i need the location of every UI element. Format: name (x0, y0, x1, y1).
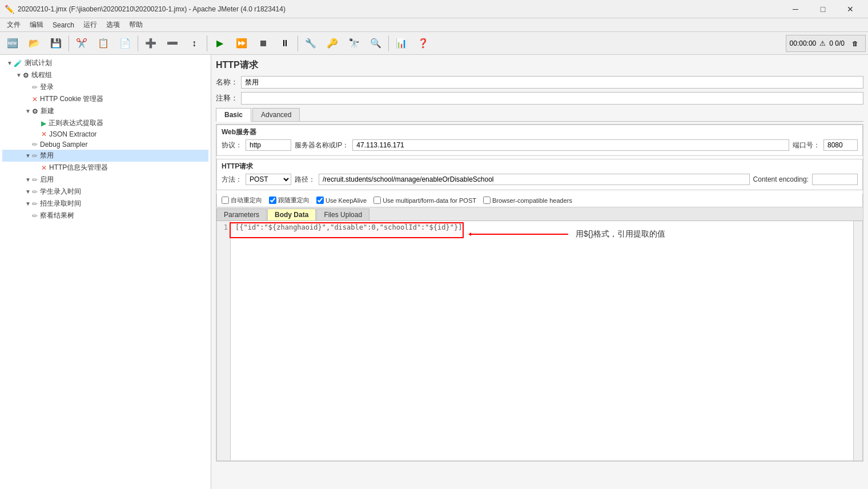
save-button[interactable]: 💾 (46, 34, 66, 53)
sidebar-item-student-recruit[interactable]: ▼✏招生录取时间 (2, 198, 208, 210)
list-button[interactable]: 📊 (391, 34, 412, 53)
body-data-area: 1 [{"id":"${zhanghaoid}","disable":0,"sc… (216, 221, 863, 461)
http-request-title: HTTP请求 (222, 162, 858, 171)
encoding-label: Content encoding: (753, 175, 809, 183)
auto-redirect-input[interactable] (222, 197, 229, 204)
encoding-input[interactable] (812, 174, 858, 185)
expand-enable[interactable]: ▼ (25, 177, 31, 183)
method-label: 方法： (222, 175, 242, 185)
expand-student-entry[interactable]: ▼ (25, 189, 31, 195)
label-result-tree: 察看结果树 (40, 211, 74, 221)
paste-button[interactable]: 📄 (115, 34, 135, 53)
icon-http-header: ✕ (41, 164, 47, 172)
sidebar-item-cookie-manager[interactable]: ✕HTTP Cookie 管理器 (2, 93, 208, 105)
line-numbers: 1 (217, 221, 231, 460)
cut-button[interactable]: ✂️ (71, 34, 92, 53)
maximize-button[interactable]: □ (810, 0, 836, 18)
sidebar-item-disable[interactable]: ▼✏禁用 (2, 150, 208, 162)
keys-button[interactable]: 🔑 (322, 34, 343, 53)
browser-headers-input[interactable] (483, 197, 491, 204)
follow-redirect-input[interactable] (269, 197, 276, 204)
comment-row: 注释： (216, 92, 863, 105)
sidebar-item-test-plan[interactable]: ▼🧪测试计划 (2, 57, 208, 69)
expand-thread-group[interactable]: ▼ (16, 72, 22, 78)
follow-redirect-checkbox[interactable]: 跟随重定向 (269, 196, 310, 205)
keep-alive-input[interactable] (316, 197, 324, 204)
icon-cookie-manager: ✕ (32, 95, 38, 103)
sidebar-item-result-tree[interactable]: ✏察看结果树 (2, 210, 208, 222)
clear-button[interactable]: 🗑 (848, 37, 862, 50)
sidebar-item-new[interactable]: ▼⚙新建 (2, 105, 208, 117)
menu-item-帮助[interactable]: 帮助 (124, 19, 147, 31)
run-all-button[interactable]: ⏩ (231, 34, 252, 53)
run-button[interactable]: ▶ (210, 34, 230, 53)
name-label: 名称： (216, 77, 239, 87)
telescope-button[interactable]: 🔭 (344, 34, 364, 53)
menu-item-Search[interactable]: Search (48, 20, 79, 30)
protocol-input[interactable] (246, 139, 291, 151)
browser-headers-checkbox[interactable]: Browser-compatible headers (483, 197, 572, 204)
expand-disable[interactable]: ▼ (25, 153, 31, 159)
tab-parameters[interactable]: Parameters (216, 209, 267, 221)
tab-body-data[interactable]: Body Data (267, 209, 316, 221)
port-input[interactable] (823, 139, 858, 151)
menu-item-文件[interactable]: 文件 (2, 19, 25, 31)
expand-new[interactable]: ▼ (25, 108, 31, 114)
icon-debug-sampler: ✏ (32, 141, 38, 149)
icon-test-plan: 🧪 (14, 59, 22, 67)
sidebar-item-login[interactable]: ✏登录 (2, 81, 208, 93)
sidebar-item-regex-extractor[interactable]: ▶正则表达式提取器 (2, 117, 208, 129)
tab-content: Web服务器 协议： 服务器名称或IP： 端口号： HTTP请求 方法： (216, 124, 863, 462)
tab-files-upload[interactable]: Files Upload (316, 209, 369, 221)
close-button[interactable]: ✕ (837, 0, 863, 18)
web-services-title: Web服务器 (222, 127, 858, 137)
menu-bar: 文件编辑Search运行选项帮助 (0, 18, 868, 32)
server-label: 服务器名称或IP： (295, 141, 349, 150)
label-thread-group: 线程组 (31, 70, 52, 80)
search-button[interactable]: 🔍 (365, 34, 386, 53)
content-panel: HTTP请求 名称： 注释： Basic Advanced Web服务器 (211, 55, 868, 489)
name-input[interactable] (241, 76, 863, 89)
tools-button[interactable]: 🔧 (300, 34, 321, 53)
pause-button[interactable]: ⏸ (275, 34, 295, 53)
new-button[interactable]: 🆕 (2, 34, 23, 53)
tabs-bar: Basic Advanced (216, 108, 863, 122)
server-input[interactable] (352, 139, 789, 151)
path-input[interactable] (319, 174, 750, 185)
tab-basic[interactable]: Basic (216, 108, 251, 122)
separator-1 (69, 35, 69, 51)
multipart-input[interactable] (373, 197, 381, 204)
menu-item-选项[interactable]: 选项 (102, 19, 124, 31)
auto-redirect-checkbox[interactable]: 自动重定向 (222, 196, 262, 205)
sidebar-item-http-header[interactable]: ✕HTTP信息头管理器 (2, 162, 208, 174)
open-button[interactable]: 📂 (24, 34, 45, 53)
sidebar-item-enable[interactable]: ▼✏启用 (2, 174, 208, 186)
method-select[interactable]: POST GET PUT DELETE (246, 174, 291, 185)
keep-alive-checkbox[interactable]: Use KeepAlive (316, 197, 367, 204)
tab-advanced[interactable]: Advanced (252, 108, 300, 121)
copy-button[interactable]: 📋 (93, 34, 114, 53)
menu-item-运行[interactable]: 运行 (79, 19, 102, 31)
comment-input[interactable] (241, 92, 863, 105)
sidebar-item-thread-group[interactable]: ▼⚙线程组 (2, 69, 208, 81)
label-enable: 启用 (40, 175, 54, 185)
timer-display: 00:00:00 (790, 39, 817, 47)
minimize-button[interactable]: ─ (782, 0, 809, 18)
scrollbar[interactable] (853, 221, 862, 460)
collapse-button[interactable]: ➖ (162, 34, 183, 53)
expand-student-recruit[interactable]: ▼ (25, 201, 31, 207)
sidebar-item-debug-sampler[interactable]: ✏Debug Sampler (2, 139, 208, 150)
http-request-section: HTTP请求 名称： 注释： Basic Advanced Web服务器 (216, 59, 863, 462)
code-editor[interactable]: [{"id":"${zhanghaoid}","disable":0,"scho… (231, 221, 853, 460)
sidebar-item-student-entry[interactable]: ▼✏学生录入时间 (2, 186, 208, 198)
expand-test-plan[interactable]: ▼ (7, 60, 13, 66)
help-button[interactable]: ❓ (413, 34, 433, 53)
sidebar-item-json-extractor[interactable]: ✕JSON Extractor (2, 129, 208, 139)
multipart-checkbox[interactable]: Use multipart/form-data for POST (373, 197, 476, 204)
stop-button[interactable]: ⏹ (253, 34, 274, 53)
inner-tabs-bar: Parameters Body Data Files Upload (216, 207, 863, 221)
toggle-button[interactable]: ↕ (184, 34, 204, 53)
line-number-1: 1 (219, 223, 228, 231)
menu-item-编辑[interactable]: 编辑 (25, 19, 48, 31)
expand-button[interactable]: ➕ (140, 34, 161, 53)
